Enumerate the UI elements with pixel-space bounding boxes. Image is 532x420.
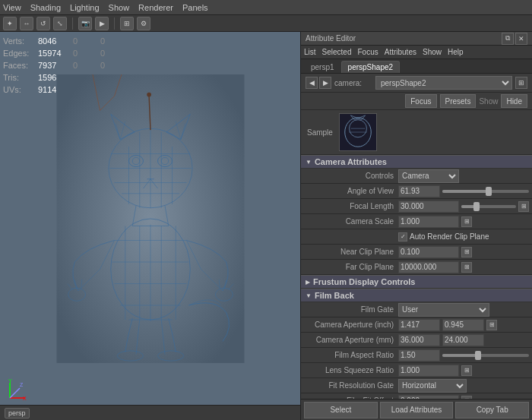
film-back-title: Film Back: [315, 291, 354, 300]
focal-row: Focal Length ⊞: [301, 199, 532, 214]
cam-aperture-inch-input2[interactable]: [442, 319, 484, 331]
toolbar-icon-move[interactable]: ↔: [20, 17, 33, 30]
camera-field-label: camera:: [334, 79, 372, 87]
svg-text:Z: Z: [20, 382, 24, 387]
panel-float-icon[interactable]: ⧉: [502, 33, 514, 45]
far-clip-extra-btn[interactable]: ⊞: [461, 262, 472, 273]
panel-menu-list[interactable]: List: [304, 48, 316, 56]
near-clip-row: Near Clip Plane ⊞: [301, 245, 532, 260]
camera-action-row: Focus Presets Show Hide: [301, 93, 532, 110]
camera-attrs-section-header[interactable]: ▼ Camera Attributes: [301, 155, 532, 169]
auto-render-value: ✓ Auto Render Clip Plane: [398, 232, 529, 242]
near-clip-value: ⊞: [398, 246, 529, 258]
toolbar-icon-scale[interactable]: ⤡: [53, 17, 67, 30]
auto-render-checkbox[interactable]: ✓: [398, 232, 407, 242]
fit-res-gate-row: Fit Resolution Gate Horizontal Vertical …: [301, 378, 532, 393]
menu-item-shading[interactable]: Shading: [30, 3, 61, 12]
tab-perspshape2[interactable]: perspShape2: [341, 61, 401, 73]
panel-menu-selected[interactable]: Selected: [322, 48, 352, 56]
near-clip-label: Near Clip Plane: [307, 248, 398, 256]
lens-squeeze-input[interactable]: [398, 365, 459, 377]
near-clip-input[interactable]: [398, 246, 459, 258]
film-aspect-row: Film Aspect Ratio: [301, 348, 532, 363]
copy-tab-button[interactable]: Copy Tab: [455, 402, 529, 418]
camera-select[interactable]: perspShape2: [375, 76, 512, 90]
frustum-arrow: ▶: [306, 279, 310, 286]
fit-res-gate-select[interactable]: Horizontal Vertical Fill Overscan: [398, 379, 467, 393]
viewport-persp-button[interactable]: persp: [5, 408, 30, 418]
camera-nav-right-icon[interactable]: ▶: [319, 77, 331, 89]
cam-aperture-inch-input1[interactable]: [398, 319, 440, 331]
menu-item-panels[interactable]: Panels: [182, 3, 208, 12]
menu-bar: View Shading Lighting Show Renderer Pane…: [0, 0, 532, 15]
toolbar-icon-select[interactable]: ✦: [3, 17, 17, 30]
fit-res-gate-value: Horizontal Vertical Fill Overscan: [398, 379, 529, 393]
focal-extra-btn[interactable]: ⊞: [518, 201, 529, 212]
film-gate-label: Film Gate: [307, 305, 398, 314]
camera-bookmark-icon[interactable]: ⊞: [515, 77, 527, 89]
camera-scale-extra-btn[interactable]: ⊞: [461, 216, 472, 227]
panel-menu-show[interactable]: Show: [423, 48, 442, 56]
axes-indicator: X Y Z: [6, 379, 29, 402]
cam-aperture-inch-btn[interactable]: ⊞: [486, 320, 497, 330]
load-attributes-button[interactable]: Load Attributes: [380, 402, 454, 418]
panel-close-icon[interactable]: ✕: [515, 33, 527, 45]
toolbar-icon-rotate[interactable]: ↺: [36, 17, 50, 30]
cam-aperture-mm-input2[interactable]: [442, 334, 484, 346]
sample-label: Sample: [307, 128, 333, 137]
focal-slider[interactable]: [461, 205, 516, 208]
film-back-section-header[interactable]: ▼ Film Back: [301, 289, 532, 302]
aov-value: [398, 185, 529, 197]
bottom-button-bar: Select Load Attributes Copy Tab: [301, 399, 532, 420]
aov-input[interactable]: [398, 185, 440, 197]
film-aspect-slider[interactable]: [442, 354, 529, 357]
panel-menu-help[interactable]: Help: [448, 48, 464, 56]
tab-persp1[interactable]: persp1: [304, 61, 341, 73]
attribute-content: ▼ Camera Attributes Controls Camera Angl…: [301, 155, 532, 399]
panel-menu-attributes[interactable]: Attributes: [385, 48, 416, 56]
film-aspect-input[interactable]: [398, 349, 440, 362]
aov-label: Angle of View: [307, 187, 398, 195]
controls-label: Controls: [307, 172, 398, 180]
menu-item-lighting[interactable]: Lighting: [70, 3, 100, 12]
far-clip-input[interactable]: [398, 261, 459, 273]
camera-scale-input[interactable]: [398, 216, 459, 228]
panel-menu-focus[interactable]: Focus: [357, 48, 378, 56]
camera-scale-value: ⊞: [398, 216, 529, 228]
viewport-bottom-bar: persp: [0, 405, 300, 420]
aov-slider[interactable]: [442, 190, 529, 193]
film-back-arrow: ▼: [306, 292, 312, 299]
camera-nav-left-icon[interactable]: ◀: [306, 77, 318, 89]
near-clip-extra-btn[interactable]: ⊞: [461, 247, 472, 257]
focal-input[interactable]: [398, 201, 459, 213]
controls-value: Camera: [398, 169, 529, 183]
cam-aperture-mm-input1[interactable]: [398, 334, 440, 346]
cam-aperture-mm-row: Camera Aperture (mm): [301, 333, 532, 348]
fit-res-gate-label: Fit Resolution Gate: [307, 381, 398, 390]
lens-squeeze-label: Lens Squeeze Ratio: [307, 366, 398, 374]
auto-render-row: ✓ Auto Render Clip Plane: [301, 229, 532, 245]
cam-aperture-mm-value: [398, 334, 529, 346]
svg-point-18: [147, 92, 151, 96]
menu-item-renderer[interactable]: Renderer: [138, 3, 173, 12]
toolbar-icon-settings[interactable]: ⚙: [137, 17, 150, 30]
presets-button[interactable]: Presets: [440, 94, 477, 108]
film-gate-select[interactable]: User: [398, 303, 489, 317]
select-button[interactable]: Select: [304, 402, 378, 418]
attribute-editor-panel: Attribute Editor ⧉ ✕ List Selected Focus…: [300, 32, 532, 420]
frustum-section-header[interactable]: ▶ Frustum Display Controls: [301, 275, 532, 289]
toolbar-icon-camera[interactable]: 📷: [78, 17, 92, 30]
viewport[interactable]: Verts: 8046 0 0 Edges: 15974 0 0 Faces: …: [0, 32, 300, 420]
cam-aperture-inch-row: Camera Aperture (inch) ⊞: [301, 317, 532, 333]
toolbar-icon-render[interactable]: ▶: [95, 17, 109, 30]
sample-thumbnail: [339, 113, 377, 151]
toolbar-icon-grid[interactable]: ⊞: [120, 17, 134, 30]
focus-button[interactable]: Focus: [405, 94, 436, 108]
auto-render-text: Auto Render Clip Plane: [410, 232, 489, 241]
controls-select[interactable]: Camera: [398, 169, 459, 183]
menu-item-show[interactable]: Show: [109, 3, 130, 12]
menu-item-view[interactable]: View: [3, 3, 21, 12]
hide-button[interactable]: Hide: [501, 94, 527, 108]
lens-squeeze-btn[interactable]: ⊞: [461, 365, 472, 376]
cam-aperture-inch-value: ⊞: [398, 319, 529, 331]
